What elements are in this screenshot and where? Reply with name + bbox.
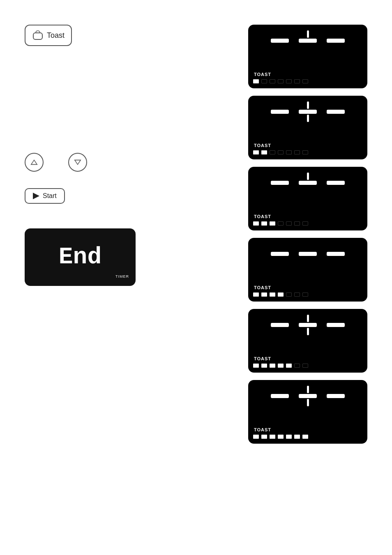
ind-1-3 <box>270 79 275 83</box>
dash-3-2 <box>299 181 317 185</box>
toast-button-label: Toast <box>47 31 65 40</box>
panel-6-content <box>248 386 367 406</box>
panel-3-content <box>248 173 367 185</box>
ind-3-1 <box>253 221 259 226</box>
ind-4-6 <box>294 292 300 297</box>
timer-label: TIMER <box>115 274 129 279</box>
ind-1-4 <box>278 79 284 83</box>
dash-1-3 <box>327 39 345 43</box>
panel-6-toast-label: TOAST <box>254 427 271 432</box>
bottom-tick-6 <box>307 399 309 406</box>
display-panel-2: TOAST <box>248 96 367 159</box>
ind-1-6 <box>294 79 300 83</box>
ind-2-5 <box>286 150 292 154</box>
ind-3-7 <box>302 221 308 226</box>
dash-2-3 <box>327 110 345 114</box>
ind-2-6 <box>294 150 300 154</box>
ind-5-1 <box>253 364 259 368</box>
start-button[interactable]: Start <box>25 188 65 204</box>
display-panel-6: TOAST <box>248 380 367 444</box>
dash-6-2 <box>299 394 317 398</box>
ind-6-2 <box>261 435 267 439</box>
arrow-buttons-group <box>25 153 197 172</box>
end-text: End <box>59 245 101 269</box>
panel-4-content <box>248 244 367 256</box>
display-panel-5: TOAST <box>248 309 367 373</box>
page-container: Toast Start End TIMER <box>0 0 392 555</box>
ind-3-3 <box>270 221 275 226</box>
ind-4-2 <box>261 292 267 297</box>
dash-5-2 <box>299 323 317 327</box>
arrow-up-icon <box>30 159 38 166</box>
svg-rect-0 <box>33 33 42 39</box>
dash-5-1 <box>271 323 289 327</box>
ind-3-6 <box>294 221 300 226</box>
ind-2-2 <box>261 150 267 154</box>
ind-4-3 <box>270 292 275 297</box>
ind-4-7 <box>302 292 308 297</box>
dash-5-3 <box>327 323 345 327</box>
display-panel-1: TOAST <box>248 25 367 88</box>
panel-4-indicators <box>253 292 308 297</box>
dash-2-1 <box>271 110 289 114</box>
ind-6-7 <box>302 435 308 439</box>
left-column: Toast Start End TIMER <box>25 25 197 286</box>
start-label: Start <box>43 192 57 200</box>
panel-6-indicators <box>253 435 308 439</box>
display-panel-4: TOAST <box>248 238 367 302</box>
ind-1-5 <box>286 79 292 83</box>
play-icon <box>33 193 39 199</box>
end-display: End TIMER <box>25 228 136 286</box>
ind-6-6 <box>294 435 300 439</box>
panel-4-toast-label: TOAST <box>254 285 271 290</box>
ind-2-7 <box>302 150 308 154</box>
ind-5-5 <box>286 364 292 368</box>
right-column: TOAST <box>248 25 367 451</box>
panel-5-content <box>248 315 367 335</box>
ind-6-1 <box>253 435 259 439</box>
arrow-down-button[interactable] <box>68 153 87 172</box>
ind-5-6 <box>294 364 300 368</box>
toast-button[interactable]: Toast <box>25 25 72 46</box>
ind-1-2 <box>261 79 267 83</box>
top-tick-6 <box>307 386 309 393</box>
ind-3-5 <box>286 221 292 226</box>
dash-4-1 <box>271 252 289 256</box>
ind-1-7 <box>302 79 308 83</box>
dash-3-3 <box>327 181 345 185</box>
arrow-up-button[interactable] <box>25 153 44 172</box>
ind-2-4 <box>278 150 284 154</box>
dashes-row-3 <box>248 181 367 185</box>
panel-1-content <box>248 30 367 43</box>
panel-2-content <box>248 101 367 122</box>
ind-5-7 <box>302 364 308 368</box>
ind-3-2 <box>261 221 267 226</box>
dashes-row-1 <box>248 39 367 43</box>
panel-2-toast-label: TOAST <box>254 143 271 148</box>
top-tick-1 <box>307 30 309 38</box>
dash-6-3 <box>327 394 345 398</box>
svg-marker-1 <box>31 160 37 165</box>
ind-6-3 <box>270 435 275 439</box>
ind-4-5 <box>286 292 292 297</box>
dashes-row-6 <box>248 394 367 398</box>
dash-4-3 <box>327 252 345 256</box>
ind-5-3 <box>270 364 275 368</box>
panel-5-toast-label: TOAST <box>254 356 271 361</box>
dash-2-2 <box>299 110 317 114</box>
arrow-down-icon <box>74 159 81 166</box>
panel-3-indicators <box>253 221 308 226</box>
top-tick-5 <box>307 315 309 322</box>
dash-6-1 <box>271 394 289 398</box>
panel-1-toast-label: TOAST <box>254 72 271 77</box>
ind-3-4 <box>278 221 284 226</box>
ind-6-5 <box>286 435 292 439</box>
ind-2-1 <box>253 150 259 154</box>
bottom-tick-5 <box>307 328 309 335</box>
toast-icon <box>32 30 44 41</box>
dashes-row-2 <box>248 110 367 114</box>
panel-5-indicators <box>253 364 308 368</box>
ind-2-3 <box>270 150 275 154</box>
svg-marker-2 <box>75 160 81 165</box>
ind-5-2 <box>261 364 267 368</box>
